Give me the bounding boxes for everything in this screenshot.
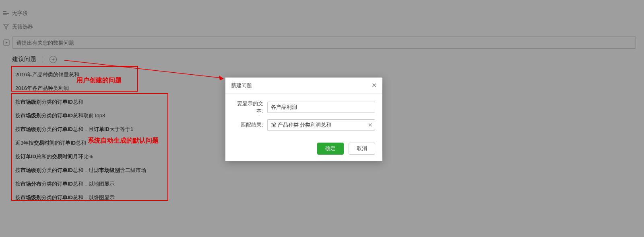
new-question-modal: 新建问题 ✕ 要显示的文本: 匹配结果: ✕ 确定 取消 [225, 78, 382, 161]
modal-title: 新建问题 [231, 82, 252, 89]
display-text-label: 要显示的文本: [233, 100, 267, 114]
display-text-input[interactable] [267, 102, 375, 113]
modal-footer: 确定 取消 [225, 139, 382, 161]
match-result-input[interactable] [267, 119, 375, 131]
modal-body: 要显示的文本: 匹配结果: ✕ [225, 94, 382, 139]
clear-icon[interactable]: ✕ [368, 122, 373, 128]
page-root: 无字段 无筛选器 建议问题 + 2016年产品种类的销量总和 2016年各产品种… [0, 0, 644, 237]
match-result-row: 匹配结果: ✕ [233, 119, 375, 131]
cancel-button[interactable]: 取消 [349, 143, 375, 155]
display-text-row: 要显示的文本: [233, 100, 375, 114]
close-icon[interactable]: ✕ [372, 82, 377, 89]
match-result-label: 匹配结果: [233, 121, 267, 129]
modal-header: 新建问题 ✕ [225, 78, 382, 94]
ok-button[interactable]: 确定 [317, 143, 344, 155]
